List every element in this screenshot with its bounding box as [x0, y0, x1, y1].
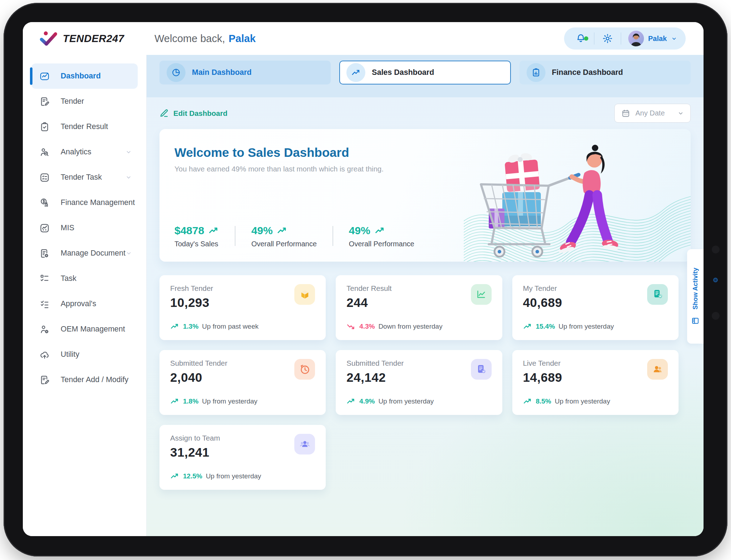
trending-up-icon	[170, 322, 179, 331]
approvals-icon	[39, 299, 50, 309]
sidebar-item-manage-document[interactable]: Manage Document	[31, 241, 138, 266]
chevron-down-icon	[126, 250, 132, 257]
card-submitted-tender[interactable]: Submitted Tender 2,040	[159, 350, 326, 415]
main-content: Main Dashboard Sales Dashboard	[147, 55, 704, 536]
sidebar-item-label: Dashboard	[61, 72, 101, 81]
sidebar-item-mis[interactable]: MIS	[31, 215, 138, 241]
stat-cards-grid: Fresh Tender 10,293	[159, 275, 679, 490]
sidebar-item-tender-add-modify[interactable]: Tender Add / Modify	[31, 367, 138, 392]
sidebar-item-label: Utility	[61, 350, 80, 359]
sidebar-item-label: Tender Task	[61, 173, 102, 182]
settings-button[interactable]	[594, 33, 621, 44]
team-icon	[294, 434, 315, 454]
card-percent: 1.3%	[183, 323, 198, 330]
card-percent: 8.5%	[536, 397, 551, 405]
card-percent: 4.9%	[359, 397, 375, 405]
card-live-tender[interactable]: Live Tender 14,689	[512, 350, 679, 415]
stat-label: Today's Sales	[174, 240, 219, 248]
brand-name: TENDER247	[63, 33, 124, 45]
date-filter-value: Any Date	[635, 109, 665, 117]
welcome-user-name: Palak	[229, 33, 256, 45]
trending-up-icon	[170, 472, 179, 481]
oem-management-icon	[39, 324, 50, 335]
brand-logo[interactable]: TENDER247	[23, 30, 147, 47]
checkmark-logo-icon	[39, 30, 59, 47]
divider	[332, 226, 333, 246]
profile-menu[interactable]: Palak	[621, 31, 682, 46]
card-submitted-tender-2[interactable]: Submitted Tender 24,142	[336, 350, 502, 415]
card-label: My Tender	[523, 284, 562, 293]
tab-finance-dashboard[interactable]: Finance Dashboard	[519, 61, 691, 84]
show-activity-toggle[interactable]: Show Activity	[687, 249, 704, 344]
camera-icon	[713, 278, 718, 282]
card-value: 2,040	[170, 370, 227, 385]
sidebar-item-tender-result[interactable]: Tender Result	[31, 114, 138, 139]
sidebar-item-tender-task[interactable]: Tender Task	[31, 165, 138, 190]
stat-overall-performance-2: 49% Overall Performance	[349, 225, 414, 248]
gear-icon	[602, 33, 613, 44]
date-filter-dropdown[interactable]: Any Date	[614, 104, 691, 123]
trending-up-icon	[523, 397, 532, 406]
top-header: TENDER247 Welcome back, Palak	[23, 22, 704, 55]
tab-main-dashboard[interactable]: Main Dashboard	[159, 61, 331, 84]
chevron-down-icon	[671, 36, 677, 42]
card-label: Assign to Team	[170, 434, 220, 442]
notifications-button[interactable]	[568, 33, 594, 44]
avatar	[628, 31, 644, 46]
task-icon	[39, 273, 50, 284]
document-check-icon	[471, 359, 492, 380]
calendar-icon	[621, 109, 630, 118]
bezel-dot	[712, 312, 720, 320]
card-value: 14,689	[523, 370, 562, 385]
card-tender-result[interactable]: Tender Result 244 4.3%	[336, 275, 502, 340]
sidebar-item-approvals[interactable]: Approval's	[31, 291, 138, 317]
card-label: Submitted Tender	[346, 359, 403, 368]
card-label: Tender Result	[346, 284, 391, 293]
sidebar-item-label: Finance Management	[61, 198, 135, 207]
show-activity-label: Show Activity	[692, 268, 699, 309]
sidebar-item-label: MIS	[61, 224, 74, 232]
card-assign-to-team[interactable]: Assign to Team 31,241	[159, 425, 326, 490]
header-actions: Palak	[564, 27, 686, 50]
sidebar-item-utility[interactable]: Utility	[31, 342, 138, 367]
trending-down-icon	[346, 322, 356, 331]
tablet-frame: TENDER247 Welcome back, Palak	[4, 3, 727, 556]
welcome-message: Welcome back, Palak	[154, 33, 256, 45]
card-percent: 4.3%	[359, 323, 375, 330]
sidebar-item-analytics[interactable]: Analytics	[31, 139, 138, 165]
chevron-down-icon	[125, 149, 132, 155]
card-caption: Up from yesterday	[206, 472, 261, 480]
stat-value: $4878	[174, 225, 204, 237]
cube-icon	[294, 284, 315, 305]
edit-dashboard-button[interactable]: Edit Dashboard	[159, 108, 228, 118]
trending-up-icon	[346, 63, 365, 82]
chevron-down-icon	[677, 110, 684, 117]
activity-panel-icon	[691, 317, 700, 325]
sidebar-item-label: Tender Result	[61, 122, 108, 131]
card-caption: Up from yesterday	[559, 323, 614, 330]
sidebar-item-tender[interactable]: Tender	[31, 89, 138, 114]
banner-stats: $4878 Today's Sales 49% Overall Perfor	[174, 225, 414, 248]
tender-document-icon	[39, 96, 50, 107]
sidebar-item-oem-management[interactable]: OEM Management	[31, 317, 138, 342]
stat-label: Overall Performance	[349, 240, 414, 248]
mis-icon	[39, 223, 50, 233]
sidebar: Dashboard Tender Tender Result Analytics	[23, 55, 147, 536]
stat-overall-performance-1: 49% Overall Performance	[251, 225, 316, 248]
trending-up-icon	[523, 322, 532, 331]
card-percent: 12.5%	[183, 472, 202, 480]
card-fresh-tender[interactable]: Fresh Tender 10,293	[159, 275, 326, 340]
woman-shopping-cart-illustration	[464, 138, 649, 262]
stat-value: 49%	[251, 225, 273, 237]
tab-sales-dashboard[interactable]: Sales Dashboard	[339, 61, 511, 84]
sidebar-item-finance-management[interactable]: Finance Management	[31, 190, 138, 215]
profile-name: Palak	[648, 35, 667, 43]
sidebar-item-task[interactable]: Task	[31, 266, 138, 291]
card-my-tender[interactable]: My Tender 40,689	[512, 275, 679, 340]
trending-up-icon	[170, 397, 179, 406]
card-value: 31,241	[170, 445, 220, 459]
dashboard-icon	[39, 71, 50, 82]
tab-label: Main Dashboard	[192, 68, 252, 77]
sidebar-item-dashboard[interactable]: Dashboard	[31, 63, 138, 89]
document-shield-check-icon	[647, 284, 668, 305]
